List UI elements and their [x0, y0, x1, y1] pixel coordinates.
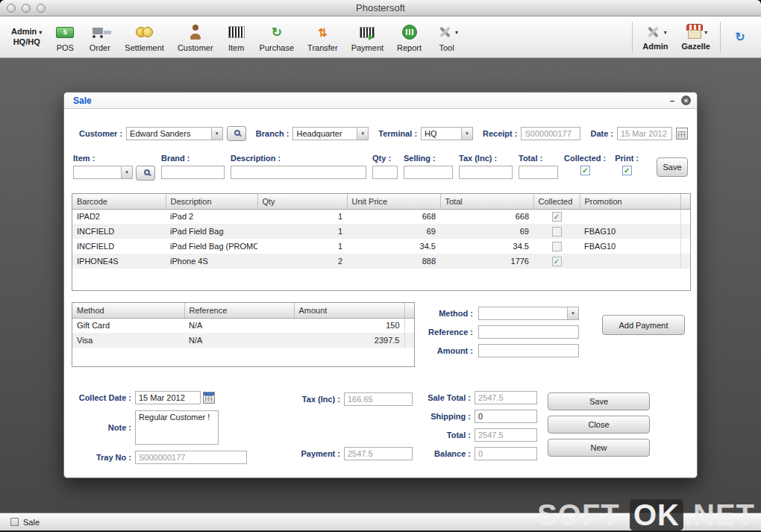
col-qty[interactable]: Qty	[257, 194, 347, 209]
row-collected-checkbox[interactable]	[552, 227, 562, 237]
workspace: Sale – × Customer : Edward Sanders ▾ Bra…	[0, 58, 761, 513]
toolbar-item-customer[interactable]: Customer	[171, 19, 220, 56]
add-payment-button[interactable]: Add Payment	[602, 315, 685, 335]
sale-total-field[interactable]	[475, 391, 537, 404]
terminal-select[interactable]: HQ ▾	[421, 127, 473, 140]
dialog-close-icon[interactable]: ×	[681, 96, 691, 105]
col-amount[interactable]: Amount	[294, 303, 404, 318]
chart-icon	[400, 23, 419, 41]
col-reference[interactable]: Reference	[184, 303, 294, 318]
amount-field[interactable]	[478, 344, 579, 357]
caret-down-icon[interactable]: ▾	[461, 128, 472, 140]
new-button[interactable]: New	[548, 439, 650, 457]
date-field[interactable]	[617, 127, 672, 140]
toolbar-item-payment[interactable]: Payment	[345, 19, 390, 56]
note-label: Note :	[72, 423, 131, 432]
customer-combo[interactable]: Edward Sanders ▾	[126, 127, 223, 140]
row-collected-checkbox[interactable]: ✓	[552, 212, 562, 222]
toolbar-item-pos[interactable]: POS	[48, 19, 81, 56]
toolbar-item-transfer[interactable]: ⇅ Transfer	[301, 19, 345, 56]
toolbar-item-label: Tool	[439, 43, 454, 52]
zoom-window-button[interactable]	[37, 4, 46, 13]
method-select[interactable]: ▾	[478, 307, 579, 320]
grand-total-field[interactable]	[475, 428, 537, 442]
save-button[interactable]: Save	[548, 392, 650, 410]
row-collected-checkbox[interactable]	[552, 242, 562, 251]
tray-no-field[interactable]	[135, 451, 247, 464]
toolbar-item-admin-hq[interactable]: Admin ▾ HQ/HQ	[4, 19, 48, 56]
collected-checkbox[interactable]: ✓	[580, 166, 590, 175]
row-collected-checkbox[interactable]: ✓	[552, 257, 562, 266]
table-row[interactable]: IPHONE4S iPhone 4S 2 888 1776 ✓	[72, 254, 691, 269]
table-scrollbar-track[interactable]	[404, 303, 415, 318]
col-unit-price[interactable]: Unit Price	[347, 194, 440, 209]
toolbar-item-order[interactable]: ▾ Order	[81, 19, 118, 56]
print-checkbox[interactable]: ✓	[622, 166, 632, 175]
minimize-window-button[interactable]	[22, 4, 31, 13]
toolbar-item-sublabel: HQ/HQ	[13, 37, 40, 48]
col-method[interactable]: Method	[72, 303, 184, 318]
caret-down-icon: ▾	[108, 29, 111, 36]
reference-field[interactable]	[478, 325, 579, 339]
search-icon	[144, 169, 150, 175]
col-description[interactable]: Description	[166, 194, 257, 209]
calendar-icon[interactable]	[203, 392, 215, 404]
table-scrollbar-track[interactable]	[680, 194, 691, 209]
toolbar-item-purchase[interactable]: ↻ Purchase	[253, 19, 301, 56]
qty-field[interactable]	[372, 166, 398, 179]
close-button[interactable]: Close	[548, 416, 650, 434]
tax-inc-field[interactable]	[459, 166, 513, 179]
col-promotion[interactable]: Promotion	[580, 194, 680, 209]
table-row[interactable]: Gift Card N/A 150	[72, 318, 415, 333]
amount-label: Amount :	[415, 346, 473, 355]
balance-field[interactable]	[475, 447, 537, 460]
shipping-field[interactable]	[475, 410, 537, 423]
toolbar-item-gazelle[interactable]: ▾ Gazelle	[674, 19, 717, 56]
description-field[interactable]	[231, 166, 366, 179]
receipt-field[interactable]	[521, 127, 580, 140]
taskbar-item-sale[interactable]: Sale	[10, 518, 40, 527]
toolbar-item-report[interactable]: Report	[390, 19, 428, 56]
customer-search-button[interactable]	[227, 126, 246, 141]
toolbar-item-settlement[interactable]: Settlement	[118, 19, 171, 56]
toolbar-item-refresh[interactable]: ↻	[724, 19, 757, 56]
balance-label: Balance :	[415, 449, 471, 458]
item-combo[interactable]: ▾	[73, 166, 133, 179]
calendar-icon[interactable]	[676, 128, 688, 140]
table-row[interactable]: IPAD2 iPad 2 1 668 668 ✓	[72, 209, 691, 224]
note-field[interactable]: Regular Customer !	[135, 410, 219, 445]
selling-field[interactable]	[404, 166, 453, 179]
col-total[interactable]: Total	[440, 194, 533, 209]
branch-select[interactable]: Headquarter ▾	[292, 127, 369, 140]
toolbar-item-label: Item	[228, 43, 244, 52]
mac-titlebar[interactable]: Phostersoft	[0, 0, 761, 16]
tax-inc-label: Tax (Inc) :	[459, 154, 513, 163]
collect-date-field[interactable]	[135, 391, 201, 404]
barcode-arrow-icon	[357, 23, 377, 41]
save-line-button[interactable]: Save	[657, 157, 688, 177]
close-window-button[interactable]	[7, 4, 16, 13]
total-field[interactable]	[519, 166, 558, 179]
caret-down-icon[interactable]: ▾	[567, 307, 578, 319]
toolbar-item-admin-right[interactable]: ▾ Admin	[636, 19, 674, 56]
footer-tax-field[interactable]	[344, 392, 413, 406]
toolbar-item-label: Customer	[178, 43, 213, 52]
customer-value: Edward Sanders	[127, 128, 211, 140]
col-collected[interactable]: Collected	[533, 194, 580, 209]
caret-down-icon[interactable]: ▾	[211, 128, 222, 140]
footer-buttons: Save Close New	[548, 392, 650, 457]
tools-icon	[644, 23, 663, 41]
toolbar-item-tool[interactable]: ▾ Tool	[428, 19, 465, 56]
sale-dialog-titlebar[interactable]: Sale – ×	[64, 93, 697, 109]
table-row[interactable]: Visa N/A 2397.5	[72, 333, 415, 348]
caret-down-icon[interactable]: ▾	[121, 166, 132, 178]
item-search-button[interactable]	[136, 166, 155, 181]
table-row[interactable]: INCFIELD iPad Field Bag (PROMO) 1 34.5 3…	[72, 239, 691, 254]
dialog-minimize-icon[interactable]: –	[668, 96, 677, 105]
col-barcode[interactable]: Barcode	[72, 194, 166, 209]
caret-down-icon[interactable]: ▾	[357, 128, 368, 140]
brand-field[interactable]	[161, 166, 225, 179]
toolbar-item-item[interactable]: Item	[220, 19, 253, 56]
footer-payment-field[interactable]	[344, 447, 413, 460]
table-row[interactable]: INCFIELD iPad Field Bag 1 69 69 FBAG10	[72, 224, 691, 239]
